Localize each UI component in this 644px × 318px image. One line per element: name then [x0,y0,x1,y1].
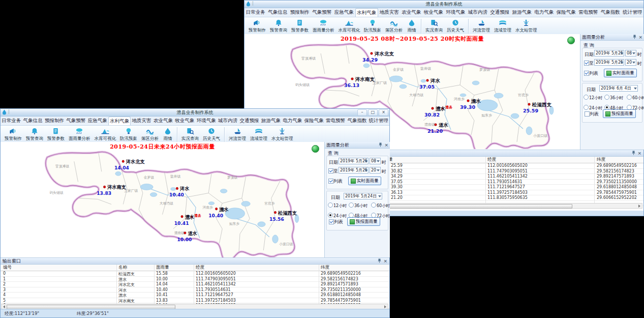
tool-warning-create[interactable]: 预警制作 [247,17,268,35]
tool-basin-manage[interactable]: 流域管理 [492,17,513,35]
tab-12[interactable]: 旅游气象 [511,8,533,17]
column-header[interactable]: 纬度 [597,157,605,163]
forecast-list-checkbox[interactable] [585,111,590,117]
forecast-rain-button[interactable]: 预报面雨量 [347,217,380,226]
column-header[interactable]: 名称 [118,265,127,271]
scroll-right-icon[interactable] [384,305,386,308]
realtime-rain-button[interactable]: 实时面雨量 [348,177,381,185]
tool-area-rain-analysis[interactable]: 面雨量分析 [311,17,336,35]
radio-12小时[interactable]: 12小时 [328,203,349,209]
realtime-rain-button[interactable]: 实时面雨量 [604,69,637,77]
tab-13[interactable]: 电力气象 [282,117,303,125]
radio-60小时[interactable]: 60小时 [371,203,390,209]
tab-16[interactable]: 气象指数 [599,8,622,17]
tool-river-manage[interactable]: 河流管理 [471,17,492,35]
table-row[interactable]: 0松滋西支15.58112.00160560502029.68905495022… [1,271,389,277]
tab-15[interactable]: 雷电预警 [325,117,346,125]
tool-history-weather[interactable]: 历史天气 [201,126,222,143]
tool-live-query[interactable]: 实况查询 [179,126,201,143]
column-header[interactable]: 面雨量 [156,265,169,271]
tool-warning-query[interactable]: 预警查询 [24,126,45,143]
tool-warning-params[interactable]: 预警参数 [45,126,67,143]
tool-hydro-station-manage[interactable]: 水文站管理 [269,126,295,143]
tool-warning-create[interactable]: 预警制作 [3,126,24,143]
tool-area-analysis[interactable]: 落区分析 [139,126,161,143]
tool-live-query[interactable]: 实况查询 [423,17,445,35]
close-button[interactable]: × [379,109,388,116]
tool-history-weather[interactable]: 历史天气 [445,17,466,35]
tab-6[interactable]: 地质灾害 [131,117,152,125]
tab-8[interactable]: 牧业气象 [174,117,195,125]
tool-flood-plan[interactable]: 防汛预案 [118,126,139,143]
table-row[interactable]: 4澹水10.41111.7121964752729.6188012485048 [1,293,389,298]
column-header[interactable]: 纬度 [321,265,329,271]
forecast-rain-button[interactable]: 预报面雨量 [603,109,636,118]
tool-flood-plan[interactable]: 防汛预案 [362,17,383,35]
table-row[interactable]: 3涔水10.40111.793051463129.7350211350000 [1,287,389,293]
tab-2[interactable]: 预报制作 [44,117,65,125]
tab-14[interactable]: 保险气象 [303,117,324,125]
table-row[interactable]: 2涔水北支14.04111.46210541134229.89214757189… [1,282,389,287]
tab-7[interactable]: 农业气象 [401,8,423,17]
table-row[interactable]: 1澧水10.00111.74790309505129.582156174823 [1,277,389,282]
tool-warning-query[interactable]: 预警查询 [268,17,289,35]
tool-rain-info[interactable]: 雨情 [405,17,419,35]
tab-2[interactable]: 预报制作 [289,8,311,17]
date-combo[interactable]: 2019年 5月25日 [339,158,369,164]
forecast-list-checkbox[interactable] [329,219,334,224]
radio-36小时[interactable]: 36小时 [604,95,627,101]
tab-5[interactable]: 水利气象 [355,8,379,17]
tab-11[interactable]: 交通预报 [489,8,511,17]
radio-24小时[interactable]: 24小时 [584,105,604,111]
tab-13[interactable]: 电力气象 [533,8,556,17]
pin-icon[interactable] [632,151,635,156]
to-date-combo[interactable]: 2019年 5月25日 [594,59,624,66]
hour-combo[interactable]: 08 [625,50,636,56]
list-checkbox[interactable] [328,179,333,184]
map-locate-button[interactable] [567,37,575,44]
tool-river-manage[interactable]: 河流管理 [227,126,248,143]
tool-hydro-station-manage[interactable]: 水文站管理 [513,17,539,35]
tab-1[interactable]: 气象信息 [22,117,43,125]
tab-3[interactable]: 气象预警 [65,117,86,125]
maximize-button[interactable]: □ [368,109,378,116]
station-marker[interactable]: 涔水北支34.29 [362,51,394,63]
tab-1[interactable]: 气象信息 [267,8,289,17]
date-combo[interactable]: 2019年 5月25日 [594,50,624,56]
radio-24小时[interactable]: 24小时 [328,213,349,219]
tool-reservoir-visual[interactable]: 水库可视化 [336,17,362,35]
close-icon[interactable]: × [383,259,387,264]
tab-10[interactable]: 城市内涝 [467,8,489,17]
to-hour-combo[interactable]: 20 [625,59,636,66]
tab-7[interactable]: 农业气象 [152,117,174,125]
tab-10[interactable]: 城市内涝 [217,117,238,125]
tab-0[interactable]: 日常业务 [244,8,267,17]
scroll-right-icon[interactable] [638,205,640,208]
minimize-button[interactable]: – [357,109,367,116]
tool-area-rain-analysis[interactable]: 面雨量分析 [67,126,93,143]
list-checkbox[interactable] [584,71,589,76]
to-checkbox[interactable] [584,61,589,66]
hour-combo[interactable]: 08 [370,158,381,164]
tool-rain-info[interactable]: 雨情 [161,126,175,143]
tool-warning-params[interactable]: 预警参数 [289,17,311,35]
tab-3[interactable]: 气象预警 [311,8,333,17]
station-marker[interactable]: 涔水北支14.04 [114,159,145,170]
tool-reservoir-visual[interactable]: 水库可视化 [93,126,118,143]
forecast-date-combo[interactable]: 2019年 5月24日 [344,193,382,199]
to-hour-combo[interactable]: 20 [370,167,381,174]
tab-17[interactable]: 统计管理 [622,8,644,17]
tab-11[interactable]: 交通预报 [238,117,260,125]
column-header[interactable]: 经度 [196,265,204,271]
tab-15[interactable]: 雷电预警 [577,8,600,17]
to-checkbox[interactable] [328,168,333,174]
tab-4[interactable]: 应急气象 [333,8,355,17]
map-locate-button[interactable] [312,145,319,153]
tool-area-analysis[interactable]: 落区分析 [383,17,405,35]
pin-icon[interactable] [633,35,636,40]
tab-12[interactable]: 旅游气象 [260,117,282,125]
scroll-left-icon[interactable] [3,305,5,308]
tab-4[interactable]: 应急气象 [87,117,108,125]
tab-6[interactable]: 地质灾害 [378,8,401,17]
pin-icon[interactable] [379,142,382,148]
